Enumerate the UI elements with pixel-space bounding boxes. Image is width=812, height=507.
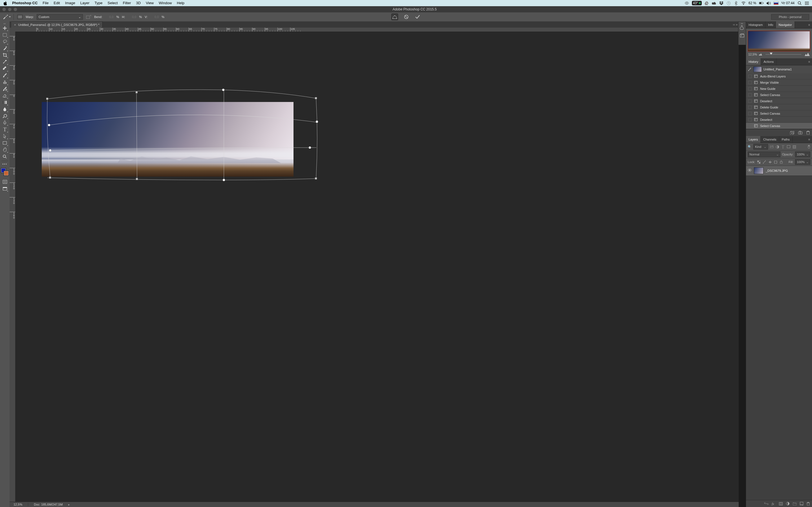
- svg-rect-22: [3, 180, 7, 184]
- hand-tool[interactable]: [1, 147, 8, 153]
- menu-type[interactable]: Type: [92, 0, 105, 6]
- background-color[interactable]: [4, 171, 9, 176]
- clone-stamp-tool[interactable]: [1, 79, 8, 86]
- svg-point-23: [4, 181, 6, 183]
- options-bar: Warp: Custom ⌄ Bend: 0,0 % H: 0,0 % V: 0…: [0, 12, 406, 22]
- path-selection-tool[interactable]: [1, 133, 8, 139]
- mac-menubar: Photoshop CC File Edit Image Layer Type …: [0, 0, 406, 6]
- menu-image[interactable]: Image: [63, 0, 78, 6]
- close-window-button[interactable]: [2, 8, 6, 11]
- svg-rect-30: [136, 91, 138, 93]
- svg-point-35: [316, 121, 318, 123]
- switch-transform-mode-button[interactable]: [391, 13, 398, 20]
- apple-menu-icon[interactable]: [3, 1, 8, 5]
- zoom-tool[interactable]: [1, 153, 8, 160]
- document-tab-bar: × Untitled_Panorama1 @ 12,5% (_DSC9679.J…: [10, 21, 406, 28]
- svg-point-18: [4, 114, 7, 117]
- active-tool-icon[interactable]: [3, 14, 14, 20]
- history-brush-tool[interactable]: [1, 86, 8, 92]
- close-tab-icon[interactable]: ×: [14, 23, 16, 26]
- h-label: H:: [122, 15, 125, 18]
- horizontal-ruler[interactable]: 5101520253035404550556065707580859095100…: [15, 27, 406, 32]
- magic-wand-tool[interactable]: [1, 45, 8, 52]
- svg-rect-26: [46, 98, 48, 100]
- gradient-tool[interactable]: [1, 99, 8, 106]
- warp-orientation-button[interactable]: [86, 14, 91, 20]
- svg-point-32: [222, 89, 224, 91]
- svg-rect-27: [315, 97, 317, 99]
- v-value[interactable]: 0,0: [150, 15, 159, 18]
- svg-point-21: [3, 155, 6, 158]
- svg-rect-29: [315, 177, 317, 179]
- crop-tool[interactable]: [1, 52, 8, 58]
- menu-select[interactable]: Select: [105, 0, 120, 6]
- document-tab-title: Untitled_Panorama1 @ 12,5% (_DSC9679.JPG…: [18, 23, 99, 26]
- warp-grid-icon[interactable]: [17, 15, 23, 19]
- lasso-tool[interactable]: [1, 38, 8, 45]
- menu-view[interactable]: View: [143, 0, 156, 6]
- svg-rect-14: [3, 33, 7, 36]
- canvas-area: 5101520253035404550556065707580859095100…: [10, 27, 406, 253]
- eyedropper-tool[interactable]: [1, 59, 8, 65]
- minimize-window-button[interactable]: [8, 8, 11, 11]
- zoom-window-button[interactable]: [13, 8, 17, 11]
- menu-file[interactable]: File: [40, 0, 51, 6]
- menu-filter[interactable]: Filter: [120, 0, 134, 6]
- move-tool[interactable]: [1, 25, 8, 31]
- svg-point-19: [4, 122, 5, 123]
- cancel-transform-button[interactable]: [403, 14, 406, 20]
- svg-rect-31: [136, 178, 138, 180]
- menu-3d[interactable]: 3D: [134, 0, 144, 6]
- svg-rect-9: [86, 16, 90, 18]
- vertical-ruler[interactable]: 80604020020406080100120140160: [10, 32, 15, 253]
- svg-rect-25: [3, 187, 7, 188]
- screen-mode-button[interactable]: [1, 185, 8, 192]
- type-tool[interactable]: [1, 126, 8, 133]
- warp-label: Warp:: [26, 15, 34, 18]
- svg-point-11: [396, 18, 397, 19]
- image-content: [42, 102, 294, 177]
- menu-layer[interactable]: Layer: [78, 0, 92, 6]
- eraser-tool[interactable]: [1, 93, 8, 99]
- warp-style-dropdown[interactable]: Custom ⌄: [37, 14, 83, 20]
- dodge-tool[interactable]: [1, 113, 8, 119]
- healing-brush-tool[interactable]: [1, 65, 8, 72]
- rectangle-tool[interactable]: [1, 140, 8, 146]
- marquee-tool[interactable]: [1, 32, 8, 38]
- window-title: Adobe Photoshop CC 2015.5: [17, 7, 406, 11]
- svg-point-12: [395, 15, 395, 16]
- menu-app[interactable]: Photoshop CC: [10, 0, 40, 6]
- svg-point-37: [309, 147, 311, 149]
- svg-rect-17: [3, 101, 7, 104]
- h-value[interactable]: 0,0: [128, 15, 136, 18]
- menu-edit[interactable]: Edit: [51, 0, 62, 6]
- svg-point-10: [393, 18, 393, 19]
- traffic-lights[interactable]: [2, 8, 17, 11]
- tools-panel: ▸▸ •••: [0, 21, 10, 253]
- menu-window[interactable]: Window: [156, 0, 174, 6]
- pen-tool[interactable]: [1, 119, 8, 126]
- window-titlebar: Adobe Photoshop CC 2015.5: [0, 6, 406, 13]
- brush-tool[interactable]: [1, 72, 8, 78]
- color-swatches[interactable]: [1, 168, 9, 176]
- toolbar-grip[interactable]: ▸▸: [0, 22, 10, 25]
- bend-label: Bend:: [94, 15, 102, 18]
- svg-rect-28: [49, 177, 51, 179]
- svg-rect-20: [3, 142, 7, 145]
- document-canvas[interactable]: [15, 32, 406, 253]
- v-label: V:: [145, 15, 147, 18]
- bend-value[interactable]: 0,0: [105, 15, 114, 18]
- ruler-origin[interactable]: [10, 27, 15, 32]
- svg-point-33: [223, 179, 225, 181]
- edit-toolbar-button[interactable]: •••: [1, 162, 8, 166]
- menu-help[interactable]: Help: [174, 0, 187, 6]
- document-tab[interactable]: × Untitled_Panorama1 @ 12,5% (_DSC9679.J…: [11, 21, 103, 27]
- quick-mask-button[interactable]: [1, 179, 8, 185]
- app-menu: Photoshop CC File Edit Image Layer Type …: [10, 0, 187, 6]
- blur-tool[interactable]: [1, 106, 8, 112]
